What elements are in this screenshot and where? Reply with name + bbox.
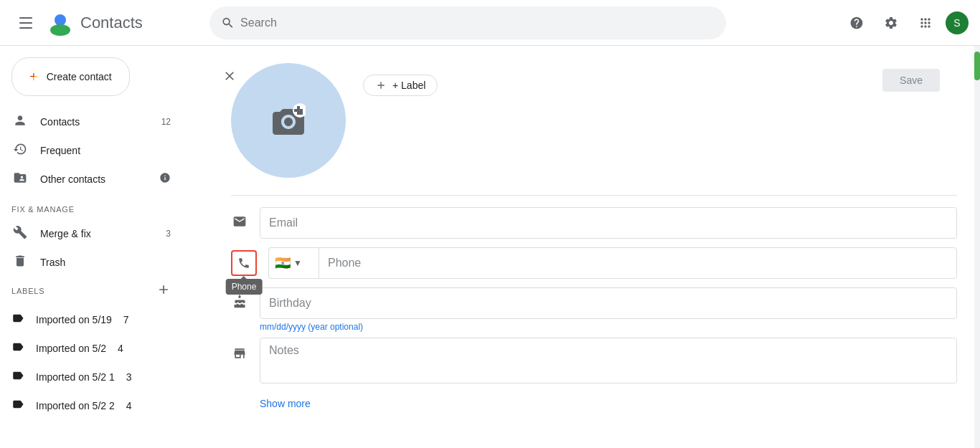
sidebar-item-contacts[interactable]: Contacts 12	[0, 108, 182, 136]
label-btn-wrapper: + Label	[363, 63, 438, 96]
header: Contacts S	[0, 0, 980, 46]
label-button[interactable]: + Label	[363, 75, 438, 96]
other-contacts-label: Other contacts	[40, 173, 156, 185]
merge-fix-count: 3	[166, 229, 171, 239]
label-icon-2	[11, 340, 24, 357]
settings-button[interactable]	[877, 9, 905, 37]
birthday-input[interactable]	[260, 287, 957, 319]
search-icon	[221, 16, 235, 30]
phone-icon-box[interactable]: Phone	[231, 250, 257, 276]
label-icon-3	[11, 369, 24, 386]
label-imported-52[interactable]: Imported on 5/2 4	[0, 334, 182, 363]
phone-tooltip: Phone	[226, 279, 263, 295]
label-icon-4	[11, 398, 24, 414]
contacts-label: Contacts	[40, 116, 150, 128]
notes-input[interactable]	[260, 338, 957, 383]
labels-title: Labels	[11, 287, 44, 295]
show-more-link[interactable]: Show more	[260, 392, 311, 415]
main-content: Save + Label	[194, 46, 980, 448]
svg-rect-0	[19, 17, 32, 19]
label-btn-text: + Label	[392, 80, 425, 91]
contact-form: + Label	[231, 57, 957, 415]
svg-point-4	[50, 24, 70, 36]
notes-icon	[231, 346, 248, 364]
imported-521-count: 3	[126, 371, 132, 383]
labels-header: Labels	[0, 277, 182, 305]
form-fields: Phone 🇮🇳 ▼	[231, 195, 957, 415]
sidebar-item-merge-fix[interactable]: Merge & fix 3	[0, 219, 182, 248]
close-button[interactable]	[217, 63, 242, 92]
search-bar[interactable]	[209, 6, 726, 39]
imported-52-label: Imported on 5/2	[36, 343, 106, 354]
create-contact-button[interactable]: + Create contact	[11, 57, 130, 96]
svg-point-3	[55, 14, 66, 26]
scrollbar	[974, 46, 980, 448]
app-title: Contacts	[80, 14, 143, 32]
label-imported-519[interactable]: Imported on 5/19 7	[0, 305, 182, 334]
app-logo: Contacts	[46, 9, 143, 37]
folder-shared-icon	[11, 171, 29, 189]
phone-row: Phone 🇮🇳 ▼	[231, 247, 957, 279]
sidebar-item-frequent[interactable]: Frequent	[0, 136, 182, 165]
imported-521-label: Imported on 5/2 1	[36, 371, 115, 383]
label-imported-522[interactable]: Imported on 5/2 2 4	[0, 391, 182, 420]
create-contact-label: Create contact	[47, 71, 112, 82]
india-flag: 🇮🇳	[275, 255, 291, 271]
phone-icon	[237, 257, 250, 270]
label-imported-521[interactable]: Imported on 5/2 1 3	[0, 363, 182, 391]
svg-rect-2	[19, 27, 32, 29]
trash-label: Trash	[40, 257, 171, 268]
chevron-down-icon: ▼	[293, 258, 302, 268]
frequent-label: Frequent	[40, 145, 171, 156]
imported-522-label: Imported on 5/2 2	[36, 400, 115, 411]
add-photo-icon	[271, 103, 306, 138]
email-row	[231, 207, 957, 239]
email-icon	[231, 214, 248, 232]
main-layout: + Create contact Contacts 12 Frequent Ot…	[0, 46, 980, 448]
sidebar: + Create contact Contacts 12 Frequent Ot…	[0, 46, 194, 448]
save-btn-wrapper: Save	[882, 69, 940, 92]
avatar-section: + Label	[231, 57, 957, 178]
notes-row	[231, 338, 957, 383]
country-code-selector[interactable]: 🇮🇳 ▼	[268, 247, 319, 279]
imported-519-label: Imported on 5/19	[36, 314, 112, 325]
fix-manage-title: Fix & manage	[0, 194, 194, 219]
phone-input[interactable]	[319, 247, 957, 279]
search-input[interactable]	[240, 16, 715, 29]
sidebar-item-trash[interactable]: Trash	[0, 248, 182, 277]
label-icon	[11, 312, 24, 328]
save-button[interactable]: Save	[882, 69, 940, 92]
imported-519-count: 7	[123, 314, 129, 325]
birthday-hint: mm/dd/yyyy (year optional)	[260, 322, 957, 332]
sidebar-item-other-contacts[interactable]: Other contacts	[0, 165, 182, 194]
help-button[interactable]	[842, 9, 871, 37]
imported-522-count: 4	[126, 400, 132, 411]
other-contacts-group: Other contacts	[40, 172, 171, 186]
cake-icon	[231, 295, 248, 313]
info-icon[interactable]	[159, 172, 171, 186]
menu-button[interactable]	[11, 9, 40, 37]
person-icon	[11, 113, 29, 131]
create-plus-icon: +	[29, 70, 38, 84]
apps-button[interactable]	[911, 9, 940, 37]
contacts-count: 12	[161, 117, 171, 127]
delete-icon	[11, 254, 29, 272]
phone-field-group: 🇮🇳 ▼	[268, 247, 957, 279]
build-icon	[11, 225, 29, 243]
email-input[interactable]	[260, 207, 957, 239]
scrollbar-thumb	[974, 52, 980, 80]
imported-52-count: 4	[118, 343, 123, 354]
add-label-button[interactable]	[156, 282, 171, 300]
birthday-row	[231, 287, 957, 319]
svg-rect-1	[19, 22, 32, 24]
history-icon	[11, 142, 29, 160]
user-avatar[interactable]: S	[946, 11, 969, 34]
merge-fix-label: Merge & fix	[40, 228, 154, 239]
avatar-upload[interactable]	[231, 63, 346, 178]
header-actions: S	[842, 9, 969, 37]
